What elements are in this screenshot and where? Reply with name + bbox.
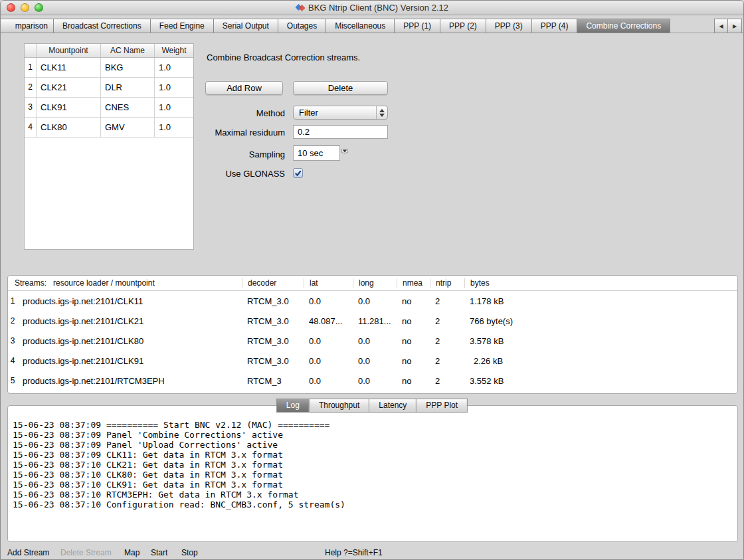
panel-description: Combine Broadcast Correction streams. — [207, 52, 360, 62]
header-ntrip: ntrip — [430, 278, 464, 288]
tab-feed-engine[interactable]: Feed Engine — [151, 19, 214, 33]
tab-ppp-plot[interactable]: PPP Plot — [417, 399, 468, 413]
stream-decoder: RTCM_3.0 — [242, 356, 304, 366]
title-bar: BKG Ntrip Client (BNC) Version 2.12 — [1, 1, 743, 15]
tab-log[interactable]: Log — [276, 399, 310, 413]
cell-weight[interactable]: 1.0 — [155, 58, 193, 78]
stream-mountpoint: products.igs-ip.net:2101/CLK11 — [17, 296, 242, 306]
row-number: 1 — [25, 58, 37, 78]
checkmark-icon — [294, 169, 302, 177]
use-glonass-checkbox[interactable] — [293, 168, 303, 178]
stream-nmea: no — [397, 356, 430, 366]
add-row-button[interactable]: Add Row — [205, 81, 283, 95]
status-bar: Add Stream Delete Stream Map Start Stop … — [1, 545, 743, 560]
stream-bytes: 1.178 kB — [464, 296, 737, 306]
tab-broadcast-corrections[interactable]: Broadcast Corrections — [54, 19, 151, 33]
map-button[interactable]: Map — [124, 548, 140, 557]
stream-row[interactable]: 5 products.igs-ip.net:2101/RTCM3EPH RTCM… — [8, 371, 737, 391]
tab-serial-output[interactable]: Serial Output — [214, 19, 278, 33]
maximal-residuum-input[interactable] — [293, 125, 388, 139]
cell-mountpoint[interactable]: CLK80 — [37, 118, 101, 138]
cell-weight[interactable]: 1.0 — [155, 78, 193, 98]
stream-ntrip: 2 — [430, 336, 464, 346]
tab-comparison[interactable]: mparison — [1, 19, 54, 33]
cell-ac-name[interactable]: BKG — [101, 58, 155, 78]
stop-button[interactable]: Stop — [181, 548, 198, 557]
table-row[interactable]: 4 CLK80 GMV 1.0 — [25, 118, 193, 138]
zoom-window-button[interactable] — [35, 3, 43, 12]
window-title: BKG Ntrip Client (BNC) Version 2.12 — [1, 1, 743, 16]
sampling-decrement-button[interactable] — [341, 149, 348, 153]
method-label: Method — [172, 108, 285, 118]
stream-mountpoint: products.igs-ip.net:2101/CLK21 — [17, 316, 242, 326]
header-ac-name: AC Name — [101, 44, 155, 57]
stream-ntrip: 2 — [430, 316, 464, 326]
delete-stream-button[interactable]: Delete Stream — [60, 548, 112, 557]
sampling-input[interactable] — [293, 145, 340, 161]
tab-scroll-left-button[interactable]: ◀ — [714, 19, 728, 33]
stream-bytes: 2.26 kB — [464, 356, 737, 366]
stream-row[interactable]: 4 products.igs-ip.net:2101/CLK91 RTCM_3.… — [8, 351, 737, 371]
chevron-up-icon — [379, 109, 385, 112]
table-row[interactable]: 2 CLK21 DLR 1.0 — [25, 78, 193, 98]
tab-combine-corrections[interactable]: Combine Corrections — [577, 19, 670, 33]
method-select[interactable]: Filter — [293, 106, 388, 120]
stream-nmea: no — [397, 336, 430, 346]
log-line: 15-06-23 08:37:09 Panel 'Combine Correct… — [13, 430, 345, 440]
stream-mountpoint: products.igs-ip.net:2101/RTCM3EPH — [17, 376, 242, 386]
stream-mountpoint: products.igs-ip.net:2101/CLK91 — [17, 356, 242, 366]
header-mountpoint: Mountpoint — [37, 44, 101, 57]
stream-nmea: no — [397, 296, 430, 306]
tab-ppp-1[interactable]: PPP (1) — [395, 19, 440, 33]
stream-lat: 0.0 — [304, 296, 353, 306]
tab-throughput[interactable]: Throughput — [310, 399, 369, 413]
cell-mountpoint[interactable]: CLK11 — [37, 58, 101, 78]
table-row[interactable]: 1 CLK11 BKG 1.0 — [25, 58, 193, 78]
window-title-text: BKG Ntrip Client (BNC) Version 2.12 — [308, 3, 448, 13]
stream-row[interactable]: 1 products.igs-ip.net:2101/CLK11 RTCM_3.… — [8, 291, 737, 311]
app-window: BKG Ntrip Client (BNC) Version 2.12 mpar… — [0, 0, 744, 560]
start-button[interactable]: Start — [151, 548, 167, 557]
log-panel[interactable]: 15-06-23 08:37:09 ========== Start BNC v… — [7, 405, 738, 542]
tab-outages[interactable]: Outages — [278, 19, 326, 33]
tab-ppp-2[interactable]: PPP (2) — [440, 19, 486, 33]
tab-miscellaneous[interactable]: Miscellaneous — [326, 19, 395, 33]
cell-mountpoint[interactable]: CLK21 — [37, 78, 101, 98]
stream-lat: 0.0 — [304, 376, 353, 386]
stream-long: 0.0 — [353, 376, 397, 386]
cell-ac-name[interactable]: CNES — [101, 98, 155, 118]
sampling-stepper — [341, 145, 353, 161]
stream-nmea: no — [397, 316, 430, 326]
header-bytes: bytes — [464, 278, 737, 288]
streams-header: Streams: resource loader / mountpoint de… — [8, 276, 737, 291]
header-lat: lat — [304, 278, 353, 288]
stream-long: 0.0 — [353, 336, 397, 346]
minimize-window-button[interactable] — [21, 3, 29, 12]
corner-header-cell — [25, 44, 37, 57]
cell-ac-name[interactable]: DLR — [101, 78, 155, 98]
stream-row[interactable]: 2 products.igs-ip.net:2101/CLK21 RTCM_3.… — [8, 311, 737, 331]
header-resource: Streams: resource loader / mountpoint — [8, 278, 242, 288]
stream-row[interactable]: 3 products.igs-ip.net:2101/CLK80 RTCM_3.… — [8, 331, 737, 351]
cell-ac-name[interactable]: GMV — [101, 118, 155, 138]
tab-scroll-buttons: ◀ ▶ — [714, 19, 742, 33]
tab-latency[interactable]: Latency — [369, 399, 417, 413]
tab-ppp-3[interactable]: PPP (3) — [486, 19, 532, 33]
arrow-down-icon — [343, 150, 347, 153]
cell-mountpoint[interactable]: CLK91 — [37, 98, 101, 118]
sampling-label: Sampling — [172, 149, 285, 159]
chevron-down-icon — [379, 114, 385, 117]
stream-long: 0.0 — [353, 296, 397, 306]
close-window-button[interactable] — [7, 3, 15, 12]
table-row[interactable]: 3 CLK91 CNES 1.0 — [25, 98, 193, 118]
tab-ppp-4[interactable]: PPP (4) — [532, 19, 578, 33]
stream-bytes: 3.552 kB — [464, 376, 737, 386]
tab-scroll-right-button[interactable]: ▶ — [728, 19, 742, 33]
bottom-tab-bar: Log Throughput Latency PPP Plot — [276, 399, 468, 413]
add-stream-button[interactable]: Add Stream — [7, 548, 49, 557]
tab-comparison-label: mparison — [15, 21, 48, 31]
header-nmea: nmea — [397, 278, 430, 288]
main-tab-bar: mparison Broadcast Corrections Feed Engi… — [1, 19, 743, 33]
stream-mountpoint: products.igs-ip.net:2101/CLK80 — [17, 336, 242, 346]
delete-button[interactable]: Delete — [293, 81, 388, 95]
